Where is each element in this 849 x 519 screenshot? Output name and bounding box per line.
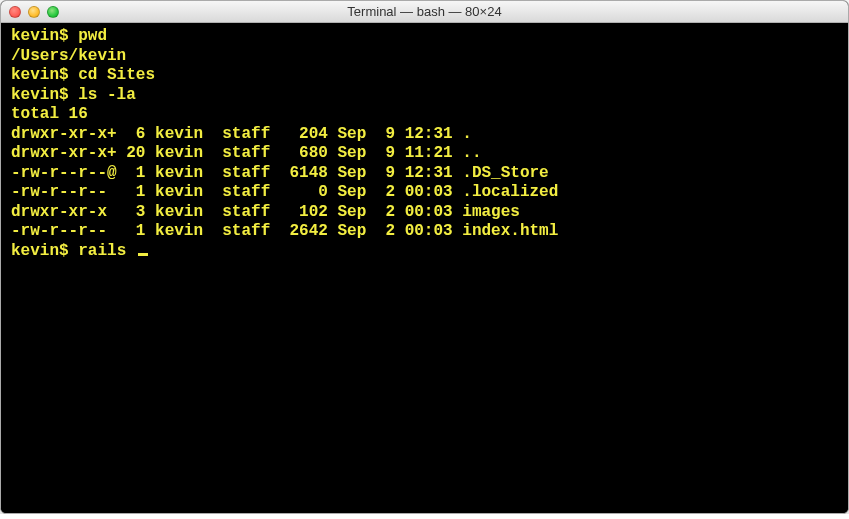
terminal-line: drwxr-xr-x+ 20 kevin staff 680 Sep 9 11:… xyxy=(11,144,838,164)
traffic-lights xyxy=(9,6,59,18)
close-icon[interactable] xyxy=(9,6,21,18)
terminal-line: -rw-r--r--@ 1 kevin staff 6148 Sep 9 12:… xyxy=(11,164,838,184)
current-input: rails xyxy=(78,242,136,260)
maximize-icon[interactable] xyxy=(47,6,59,18)
terminal-line: /Users/kevin xyxy=(11,47,838,67)
minimize-icon[interactable] xyxy=(28,6,40,18)
terminal-line: drwxr-xr-x 3 kevin staff 102 Sep 2 00:03… xyxy=(11,203,838,223)
terminal-line: total 16 xyxy=(11,105,838,125)
terminal-line: kevin$ pwd xyxy=(11,27,838,47)
titlebar[interactable]: Terminal — bash — 80×24 xyxy=(1,1,848,23)
terminal-window: Terminal — bash — 80×24 kevin$ pwd/Users… xyxy=(0,0,849,514)
terminal-current-line: kevin$ rails xyxy=(11,242,838,262)
cursor-icon xyxy=(138,253,148,256)
terminal-line: -rw-r--r-- 1 kevin staff 0 Sep 2 00:03 .… xyxy=(11,183,838,203)
terminal-line: -rw-r--r-- 1 kevin staff 2642 Sep 2 00:0… xyxy=(11,222,838,242)
terminal-line: kevin$ cd Sites xyxy=(11,66,838,86)
terminal-line: kevin$ ls -la xyxy=(11,86,838,106)
window-title: Terminal — bash — 80×24 xyxy=(1,4,848,19)
terminal-body[interactable]: kevin$ pwd/Users/kevinkevin$ cd Siteskev… xyxy=(1,23,848,513)
terminal-line: drwxr-xr-x+ 6 kevin staff 204 Sep 9 12:3… xyxy=(11,125,838,145)
prompt: kevin$ xyxy=(11,242,78,260)
